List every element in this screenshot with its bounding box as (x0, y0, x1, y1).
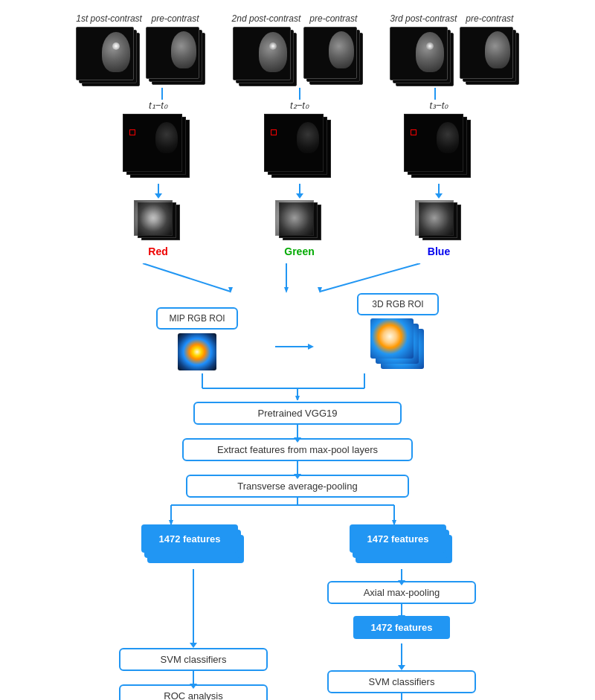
extract-features-label: Extract features from max-pool layers (217, 444, 378, 455)
svm-label-left: SVM classifiers (161, 654, 227, 665)
post3-label: 3rd post-contrast (390, 13, 457, 24)
pre3-stack (460, 27, 519, 86)
image-pair-3: 3rd post-contrast pre-contrast (390, 13, 519, 86)
pre3-label: pre-contrast (466, 13, 513, 24)
svm-box-right: SVM classifiers (327, 670, 476, 693)
horiz-arrow-svg (275, 341, 320, 353)
roi-stack-1 (134, 200, 182, 241)
arrow-down-1 (158, 184, 159, 194)
post1-label: 1st post-contrast (76, 13, 142, 24)
two-branches: 1472 features SVM classifiers ROC analys… (0, 524, 595, 700)
flow-boxes-section: Pretrained VGG19 Extract features from m… (0, 402, 595, 700)
roi-boxes-row: MIP RGB ROI 3D RGB ROI (0, 293, 595, 370)
3d-rgb-thumb (370, 318, 426, 370)
dark-stack-2 (264, 114, 335, 179)
features-label-right-1: 1472 features (367, 533, 428, 545)
green-label: Green (284, 245, 314, 257)
t3t0-label: t₃−t₀ (430, 100, 448, 111)
svg-marker-4 (284, 287, 289, 293)
top-images-row: 1st post-contrast pre-contrast (0, 13, 595, 86)
red-indicator-3 (411, 129, 416, 135)
split-arrows-svg (0, 498, 595, 524)
image-group-3: 3rd post-contrast pre-contrast (390, 13, 519, 86)
right-branch: 1472 features Axial max-pooling 1472 fea… (327, 524, 476, 700)
red-indicator-1 (129, 129, 135, 135)
arrow-down-2 (299, 184, 300, 194)
mip-section: MIP RGB ROI (156, 307, 238, 370)
arrow-svm-roc-right (401, 693, 402, 700)
left-branch: 1472 features SVM classifiers ROC analys… (119, 524, 268, 700)
arrow-axial-features2 (401, 604, 402, 616)
red-indicator-2 (271, 129, 277, 135)
pretrained-vgg19-box: Pretrained VGG19 (193, 402, 402, 425)
mip-rgb-roi-label: MIP RGB ROI (169, 313, 225, 324)
features-stack-right-1: 1472 features (350, 524, 454, 565)
mip-rgb-roi-box: MIP RGB ROI (156, 307, 238, 330)
svm-label-right: SVM classifiers (369, 676, 435, 687)
arrow-vgg-extract (297, 425, 298, 438)
svm-box-left: SVM classifiers (119, 648, 268, 671)
arrow-extract-transverse (297, 461, 298, 475)
convergence-section: MIP RGB ROI 3D RGB ROI (0, 263, 595, 400)
pre1-label: pre-contrast (152, 13, 199, 24)
pre1-stack (146, 27, 205, 86)
post2-stack (233, 27, 300, 86)
subtraction-labels-row: t₁−t₀ t₂−t₀ t₃−t₀ (0, 100, 595, 112)
vgg-arrows-svg (0, 373, 595, 400)
pre2-label: pre-contrast (309, 13, 357, 24)
3d-section: 3D RGB ROI (357, 293, 439, 370)
post3-stack (390, 27, 457, 86)
3d-rgb-roi-box: 3D RGB ROI (357, 293, 439, 315)
svg-line-2 (320, 263, 420, 292)
arrows-row-1 (0, 88, 595, 100)
pre2-stack (303, 27, 363, 86)
svg-marker-13 (295, 396, 300, 400)
t1t0-label: t₁−t₀ (149, 100, 167, 111)
pretrained-vgg19-label: Pretrained VGG19 (258, 408, 338, 419)
post1-stack (76, 27, 143, 86)
t2t0-label: t₂−t₀ (290, 100, 309, 111)
roi-stack-2 (275, 200, 324, 241)
arrow-features2-svm (401, 643, 402, 666)
dark-stack-3 (404, 114, 475, 179)
arrow-down-3 (438, 184, 440, 194)
mip-rgb-thumb (178, 333, 216, 370)
svg-marker-5 (318, 287, 322, 293)
arrow-features1-axial (401, 569, 402, 581)
features-label-right-2: 1472 features (370, 622, 432, 633)
svg-marker-7 (308, 344, 314, 350)
image-group-1: 1st post-contrast pre-contrast (76, 13, 205, 86)
subtracted-row: Red Green (0, 114, 595, 257)
post2-label: 2nd post-contrast (232, 13, 301, 24)
convergence-arrows-svg (0, 263, 595, 293)
red-label: Red (148, 245, 167, 257)
dark-stack-1 (123, 114, 193, 179)
3d-rgb-roi-label: 3D RGB ROI (372, 299, 423, 309)
svg-line-0 (143, 263, 231, 292)
diagram: 1st post-contrast pre-contrast (0, 0, 595, 700)
arrow-svm-roc-left (193, 671, 194, 684)
axial-max-label: Axial max-pooling (364, 587, 440, 598)
image-group-2: 2nd post-contrast pre-contrast (232, 13, 364, 86)
blue-label: Blue (428, 245, 450, 257)
image-pair-2: 2nd post-contrast pre-contrast (232, 13, 364, 86)
long-arrow-left (193, 569, 194, 643)
roc-label-left: ROC analysis (164, 690, 222, 700)
image-pair-1: 1st post-contrast pre-contrast (76, 13, 205, 86)
roi-stack-3 (415, 200, 463, 241)
mip-to-3d-arrow (275, 341, 320, 353)
features-stack-left: 1472 features (141, 524, 245, 565)
features-label-left: 1472 features (158, 533, 220, 545)
transverse-avg-label: Transverse average-pooling (237, 481, 357, 492)
svg-marker-3 (228, 287, 233, 293)
